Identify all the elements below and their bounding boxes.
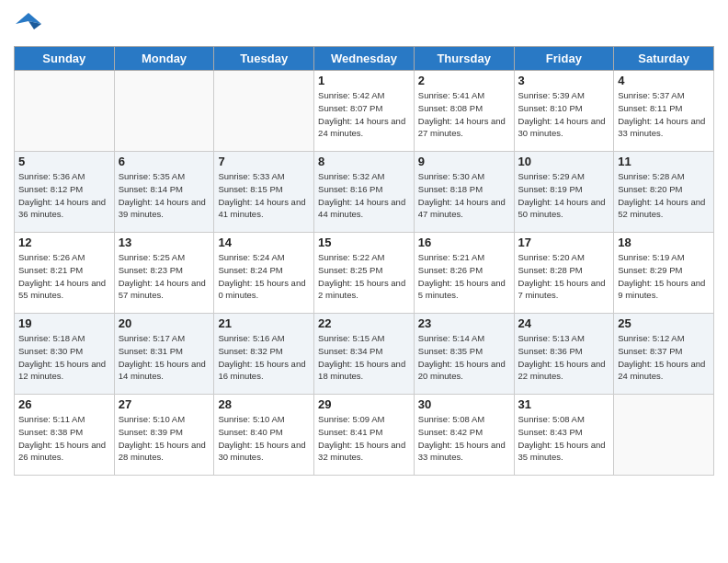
calendar-cell-5-1: 26Sunrise: 5:11 AM Sunset: 8:38 PM Dayli… [15,395,115,476]
day-number: 19 [18,316,110,330]
calendar-cell-4-5: 23Sunrise: 5:14 AM Sunset: 8:35 PM Dayli… [414,314,514,395]
calendar-cell-1-5: 2Sunrise: 5:41 AM Sunset: 8:08 PM Daylig… [414,71,514,152]
calendar-cell-2-4: 8Sunrise: 5:32 AM Sunset: 8:16 PM Daylig… [314,152,415,233]
day-number: 31 [518,397,610,411]
day-number: 25 [618,316,710,330]
calendar-cell-2-5: 9Sunrise: 5:30 AM Sunset: 8:18 PM Daylig… [414,152,514,233]
header [14,9,714,39]
day-info: Sunrise: 5:24 AM Sunset: 8:24 PM Dayligh… [218,251,310,302]
day-info: Sunrise: 5:09 AM Sunset: 8:41 PM Dayligh… [318,413,410,464]
day-info: Sunrise: 5:42 AM Sunset: 8:07 PM Dayligh… [318,89,410,140]
calendar-cell-5-3: 28Sunrise: 5:10 AM Sunset: 8:40 PM Dayli… [214,395,314,476]
calendar-cell-2-1: 5Sunrise: 5:36 AM Sunset: 8:12 PM Daylig… [15,152,115,233]
calendar-week-4: 19Sunrise: 5:18 AM Sunset: 8:30 PM Dayli… [15,314,714,395]
weekday-header-wednesday: Wednesday [314,47,415,71]
day-number: 6 [119,155,210,168]
calendar-cell-3-4: 15Sunrise: 5:22 AM Sunset: 8:25 PM Dayli… [314,233,415,314]
day-info: Sunrise: 5:19 AM Sunset: 8:29 PM Dayligh… [618,251,710,302]
day-number: 21 [218,316,310,330]
weekday-header-thursday: Thursday [414,47,514,71]
day-info: Sunrise: 5:20 AM Sunset: 8:28 PM Dayligh… [518,251,610,302]
calendar-cell-4-3: 21Sunrise: 5:16 AM Sunset: 8:32 PM Dayli… [214,314,314,395]
day-number: 29 [318,397,410,411]
day-info: Sunrise: 5:41 AM Sunset: 8:08 PM Dayligh… [418,89,510,140]
day-info: Sunrise: 5:37 AM Sunset: 8:11 PM Dayligh… [618,89,710,140]
day-info: Sunrise: 5:29 AM Sunset: 8:19 PM Dayligh… [518,170,610,221]
day-info: Sunrise: 5:10 AM Sunset: 8:40 PM Dayligh… [218,413,310,464]
day-info: Sunrise: 5:08 AM Sunset: 8:43 PM Dayligh… [518,413,610,464]
calendar-cell-5-6: 31Sunrise: 5:08 AM Sunset: 8:43 PM Dayli… [514,395,614,476]
calendar-cell-3-2: 13Sunrise: 5:25 AM Sunset: 8:23 PM Dayli… [114,233,214,314]
calendar-cell-5-7 [614,395,714,476]
day-number: 1 [318,74,410,87]
day-info: Sunrise: 5:12 AM Sunset: 8:37 PM Dayligh… [618,332,710,383]
day-number: 30 [418,397,510,411]
day-info: Sunrise: 5:39 AM Sunset: 8:10 PM Dayligh… [518,89,610,140]
calendar-cell-5-2: 27Sunrise: 5:10 AM Sunset: 8:39 PM Dayli… [114,395,214,476]
day-number: 11 [618,155,710,168]
calendar-week-1: 1Sunrise: 5:42 AM Sunset: 8:07 PM Daylig… [15,71,714,152]
calendar-cell-1-4: 1Sunrise: 5:42 AM Sunset: 8:07 PM Daylig… [314,71,415,152]
day-info: Sunrise: 5:13 AM Sunset: 8:36 PM Dayligh… [518,332,610,383]
day-number: 28 [218,397,310,411]
svg-marker-0 [16,13,41,24]
day-info: Sunrise: 5:08 AM Sunset: 8:42 PM Dayligh… [418,413,510,464]
day-number: 2 [418,74,510,87]
day-number: 15 [318,236,410,249]
day-number: 22 [318,316,410,330]
weekday-header-friday: Friday [514,47,614,71]
day-info: Sunrise: 5:33 AM Sunset: 8:15 PM Dayligh… [218,170,310,221]
day-number: 9 [418,155,510,168]
calendar-cell-3-3: 14Sunrise: 5:24 AM Sunset: 8:24 PM Dayli… [214,233,314,314]
day-number: 3 [518,74,610,87]
calendar-cell-3-1: 12Sunrise: 5:26 AM Sunset: 8:21 PM Dayli… [15,233,115,314]
day-number: 16 [418,236,510,249]
weekday-header-row: SundayMondayTuesdayWednesdayThursdayFrid… [15,47,714,71]
day-number: 24 [518,316,610,330]
day-number: 18 [618,236,710,249]
day-info: Sunrise: 5:28 AM Sunset: 8:20 PM Dayligh… [618,170,710,221]
day-number: 12 [18,236,110,249]
calendar-cell-4-4: 22Sunrise: 5:15 AM Sunset: 8:34 PM Dayli… [314,314,415,395]
logo [14,9,41,39]
calendar-cell-5-5: 30Sunrise: 5:08 AM Sunset: 8:42 PM Dayli… [414,395,514,476]
calendar-cell-1-7: 4Sunrise: 5:37 AM Sunset: 8:11 PM Daylig… [614,71,714,152]
calendar-table: SundayMondayTuesdayWednesdayThursdayFrid… [14,46,714,476]
day-info: Sunrise: 5:15 AM Sunset: 8:34 PM Dayligh… [318,332,410,383]
calendar-cell-4-2: 20Sunrise: 5:17 AM Sunset: 8:31 PM Dayli… [114,314,214,395]
day-info: Sunrise: 5:18 AM Sunset: 8:30 PM Dayligh… [18,332,110,383]
calendar-week-5: 26Sunrise: 5:11 AM Sunset: 8:38 PM Dayli… [15,395,714,476]
calendar-cell-1-1 [15,71,115,152]
calendar-cell-2-3: 7Sunrise: 5:33 AM Sunset: 8:15 PM Daylig… [214,152,314,233]
day-number: 17 [518,236,610,249]
calendar-cell-1-3 [214,71,314,152]
day-info: Sunrise: 5:22 AM Sunset: 8:25 PM Dayligh… [318,251,410,302]
day-info: Sunrise: 5:10 AM Sunset: 8:39 PM Dayligh… [119,413,210,464]
day-number: 27 [119,397,210,411]
weekday-header-monday: Monday [114,47,214,71]
day-info: Sunrise: 5:36 AM Sunset: 8:12 PM Dayligh… [18,170,110,221]
weekday-header-sunday: Sunday [15,47,115,71]
day-number: 13 [119,236,210,249]
calendar-cell-2-2: 6Sunrise: 5:35 AM Sunset: 8:14 PM Daylig… [114,152,214,233]
day-info: Sunrise: 5:16 AM Sunset: 8:32 PM Dayligh… [218,332,310,383]
page: SundayMondayTuesdayWednesdayThursdayFrid… [0,0,728,563]
day-number: 4 [618,74,710,87]
logo-bird-icon [16,9,41,35]
weekday-header-tuesday: Tuesday [214,47,314,71]
calendar-cell-1-6: 3Sunrise: 5:39 AM Sunset: 8:10 PM Daylig… [514,71,614,152]
calendar-cell-5-4: 29Sunrise: 5:09 AM Sunset: 8:41 PM Dayli… [314,395,415,476]
day-number: 5 [18,155,110,168]
calendar-cell-2-7: 11Sunrise: 5:28 AM Sunset: 8:20 PM Dayli… [614,152,714,233]
calendar-cell-3-5: 16Sunrise: 5:21 AM Sunset: 8:26 PM Dayli… [414,233,514,314]
day-number: 7 [218,155,310,168]
day-info: Sunrise: 5:21 AM Sunset: 8:26 PM Dayligh… [418,251,510,302]
calendar-cell-3-6: 17Sunrise: 5:20 AM Sunset: 8:28 PM Dayli… [514,233,614,314]
calendar-cell-4-6: 24Sunrise: 5:13 AM Sunset: 8:36 PM Dayli… [514,314,614,395]
calendar-cell-4-7: 25Sunrise: 5:12 AM Sunset: 8:37 PM Dayli… [614,314,714,395]
day-number: 10 [518,155,610,168]
day-number: 8 [318,155,410,168]
day-number: 23 [418,316,510,330]
calendar-cell-4-1: 19Sunrise: 5:18 AM Sunset: 8:30 PM Dayli… [15,314,115,395]
day-number: 26 [18,397,110,411]
